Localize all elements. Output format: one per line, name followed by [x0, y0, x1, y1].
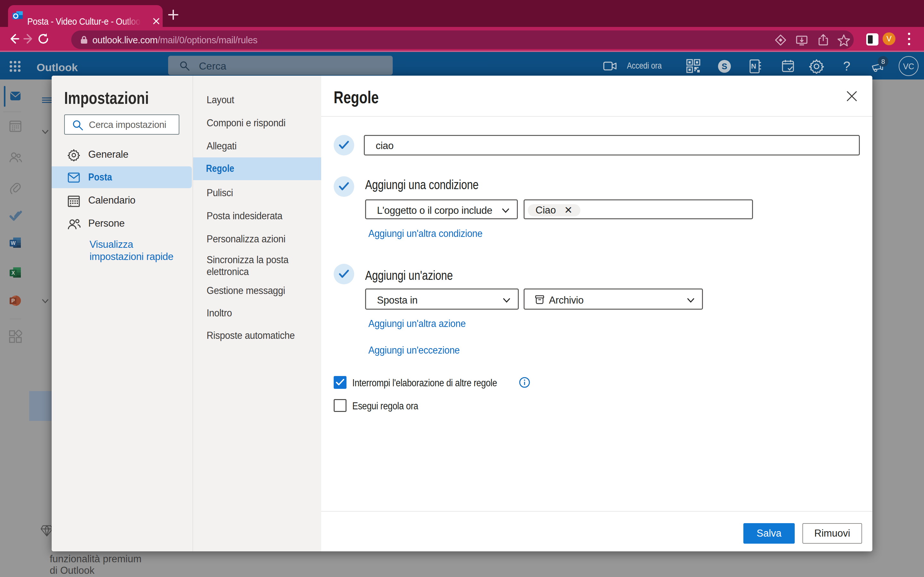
svg-text:S: S	[722, 61, 727, 71]
svg-text:X: X	[11, 270, 15, 276]
svg-text:N: N	[751, 62, 756, 70]
svg-text:W: W	[11, 240, 16, 246]
svg-text:P: P	[11, 298, 15, 303]
